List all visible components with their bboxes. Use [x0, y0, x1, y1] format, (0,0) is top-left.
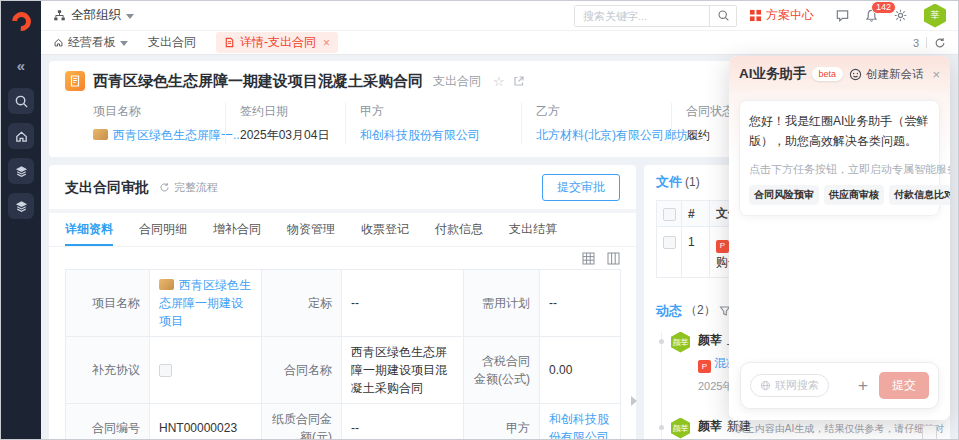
gear-icon	[893, 8, 908, 23]
layers-icon	[14, 164, 29, 179]
search-button[interactable]	[709, 6, 736, 26]
activity-user[interactable]: 颜莘	[698, 419, 722, 433]
field-label: 乙方	[536, 103, 657, 120]
brand-logo[interactable]	[1, 1, 41, 41]
task-payment-compare-button[interactable]: 付款信息比对	[889, 185, 950, 205]
smiley-chat-icon	[849, 68, 862, 81]
favorite-star-icon[interactable]: ☆	[493, 74, 505, 89]
tab-label: 经营看板	[68, 34, 116, 51]
messages-button[interactable]	[835, 8, 850, 23]
new-session-button[interactable]: 创建新会话	[849, 67, 924, 82]
close-tab-icon[interactable]: ×	[323, 36, 330, 50]
timeline-dot	[659, 339, 664, 344]
ai-input-area: 联网搜索 + 提交	[740, 362, 939, 409]
solution-center-label: 方案中心	[766, 7, 814, 24]
cell-label: 合同编号	[66, 404, 150, 440]
close-icon[interactable]: ×	[932, 67, 940, 82]
right-panel-toggle[interactable]	[631, 396, 637, 406]
layers-icon	[14, 199, 29, 214]
field-value: 2025年03月04日	[240, 127, 331, 144]
project-icon	[159, 279, 174, 290]
cell-label: 含税合同金额(公式)	[464, 337, 540, 404]
add-attachment-icon[interactable]: +	[858, 377, 868, 394]
ai-message-card: 您好！我是红圈AI业务助手（尝鲜版），助您高效解决各类问题。 点击下方任务按钮，…	[739, 100, 940, 216]
web-search-toggle[interactable]: 联网搜索	[750, 374, 829, 397]
sidebar-item-apps[interactable]	[8, 158, 34, 184]
notifications-button[interactable]: 142	[864, 8, 879, 23]
supplement-checkbox[interactable]	[159, 364, 172, 377]
search-icon	[717, 9, 730, 22]
app-window: « 全部组织 方案中心	[0, 0, 959, 440]
org-selector[interactable]: 全部组织	[53, 7, 134, 24]
avatar[interactable]: 莘	[924, 4, 946, 28]
files-title: 文件	[656, 173, 682, 191]
task-supplier-review-button[interactable]: 供应商审核	[824, 185, 884, 205]
refresh-icon[interactable]	[934, 37, 946, 49]
full-flow-label: 完整流程	[174, 180, 218, 195]
ai-panel-title: AI业务助手	[739, 65, 807, 83]
project-link[interactable]: 西青区绿色生态屏障一...	[113, 128, 243, 142]
settings-button[interactable]	[893, 8, 908, 23]
table-row: 补充协议 合同名称 西青区绿色生态屏障一期建设项目混凝土采购合同 含税合同金额(…	[66, 337, 621, 404]
file-checkbox[interactable]	[663, 236, 676, 249]
org-tree-icon	[53, 9, 66, 22]
corner-widget[interactable]	[922, 425, 937, 440]
contract-detail-table: 项目名称 西青区绿色生态屏障一期建设项目 定标 -- 需用计划 -- 补充协议 …	[65, 269, 621, 439]
top-bar: 全部组织 方案中心 142 莘	[41, 1, 958, 31]
tab-detail-info[interactable]: 详细资料	[65, 213, 113, 246]
contract-doc-icon	[65, 71, 85, 91]
sidebar: «	[1, 1, 41, 439]
sidebar-item-home[interactable]	[8, 123, 34, 149]
tab-expense-contract[interactable]: 支出合同	[148, 34, 196, 51]
party-a-link[interactable]: 和创科技股份有限公司	[360, 128, 480, 142]
tab-supplement[interactable]: 增补合同	[213, 213, 261, 246]
activity-count: （2）	[685, 302, 716, 319]
party-a-link[interactable]: 和创科技股份有限公司	[549, 412, 609, 439]
field-label: 项目名称	[93, 103, 211, 120]
ai-hint: 点击下方任务按钮，立即启动专属智能服务。	[749, 162, 930, 177]
solution-center-button[interactable]: 方案中心	[749, 7, 814, 24]
sidebar-item-modules[interactable]	[8, 193, 34, 219]
flow-cycle-icon	[159, 182, 170, 193]
activity-user[interactable]: 颜莘	[698, 333, 722, 347]
sidebar-item-search[interactable]	[8, 88, 34, 114]
tab-settlement[interactable]: 支出结算	[509, 213, 557, 246]
column-header-index: #	[682, 201, 710, 227]
tab-materials[interactable]: 物资管理	[287, 213, 335, 246]
cell-value: 西青区绿色生态屏障一期建设项目混凝土采购合同	[342, 337, 464, 404]
field-party-a: 甲方 和创科技股份有限公司	[345, 103, 521, 144]
collapse-sidebar-icon[interactable]: «	[17, 57, 25, 74]
tab-dashboard[interactable]: 经营看板	[53, 34, 128, 51]
full-flow-link[interactable]: 完整流程	[159, 180, 218, 195]
files-count: (1)	[685, 175, 700, 189]
tab-invoices[interactable]: 收票登记	[361, 213, 409, 246]
approval-card: 支出合同审批 完整流程 提交审批 详细资料 合同明细 增补合同 物资管理 收票登…	[49, 165, 636, 439]
submit-button[interactable]: 提交	[879, 372, 929, 399]
table-view-icon[interactable]	[582, 252, 595, 265]
divider	[926, 37, 927, 48]
field-label: 签约日期	[240, 103, 331, 120]
activity-title: 动态	[656, 302, 682, 320]
cell-value: --	[540, 270, 621, 337]
tab-payments[interactable]: 付款信息	[435, 213, 483, 246]
logo-ring-icon	[8, 8, 35, 35]
field-project-name: 项目名称 西青区绿色生态屏障一...	[65, 103, 225, 144]
home-icon	[53, 37, 64, 48]
avatar: 颜莘	[671, 418, 690, 439]
tab-label: 支出合同	[148, 34, 196, 51]
ai-disclaimer: 以上内容由AI生成，结果仅供参考，请仔细核对	[729, 422, 950, 436]
cell-label: 甲方	[464, 404, 540, 440]
global-search	[574, 5, 737, 27]
pdf-file-icon: P	[698, 360, 711, 373]
web-search-label: 联网搜索	[775, 378, 819, 393]
task-contract-risk-button[interactable]: 合同风险预审	[749, 185, 819, 205]
search-input[interactable]	[575, 6, 709, 26]
column-settings-icon[interactable]	[607, 252, 620, 265]
tab-contract-items[interactable]: 合同明细	[139, 213, 187, 246]
tab-contract-detail-active[interactable]: 详情-支出合同 ×	[216, 32, 338, 53]
cell-value: 0.00	[540, 337, 621, 404]
select-all-checkbox[interactable]	[663, 208, 676, 221]
submit-approval-button[interactable]: 提交审批	[542, 174, 620, 201]
external-link-icon[interactable]	[513, 75, 525, 87]
open-tab-count: 3	[913, 37, 919, 49]
